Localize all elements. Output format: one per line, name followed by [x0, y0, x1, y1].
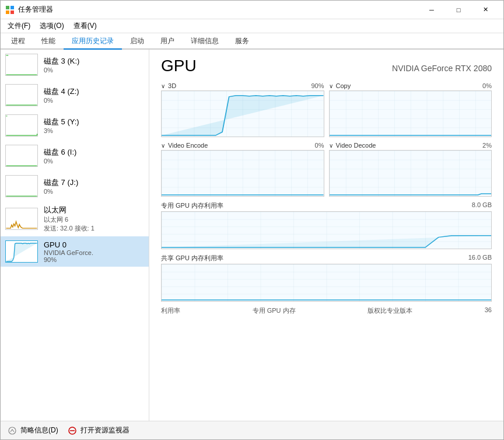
tab-details[interactable]: 详细信息 [183, 34, 227, 50]
menu-options[interactable]: 选项(O) [35, 20, 68, 32]
svg-rect-5 [330, 91, 492, 137]
gpu0-percent: 90% [44, 256, 93, 263]
gpu0-name: GPU 0 [44, 240, 93, 249]
shared-mem-canvas [161, 264, 492, 302]
gpu0-info: GPU 0 NVIDIA GeForce. 90% [44, 240, 93, 263]
no-sign-icon [68, 426, 77, 435]
disk3-percent: 0% [44, 67, 79, 74]
chart-copy-canvas [329, 90, 492, 137]
charts-grid: ∨ 3D 90% [161, 82, 492, 197]
chart-encode-label-row: ∨ Video Encode 0% [161, 142, 324, 149]
dedicated-mem-label: 专用 GPU 内存利用率 [161, 201, 223, 210]
chevron-up-icon [8, 426, 17, 435]
chart-shared-mem: 共享 GPU 内存利用率 16.0 GB [161, 254, 492, 302]
dedicated-mem-label-row: 专用 GPU 内存利用率 8.0 GB [161, 201, 492, 210]
disk3-name: 磁盘 3 (K:) [44, 56, 79, 67]
sidebar-item-gpu0[interactable]: GPU 0 NVIDIA GeForce. 90% [1, 236, 149, 267]
chart-copy-label-row: ∨ Copy 0% [329, 82, 492, 89]
maximize-button[interactable]: □ [445, 1, 472, 19]
chart-encode-canvas [161, 150, 324, 197]
disk6-percent: 0% [44, 158, 76, 165]
shared-mem-label-row: 共享 GPU 内存利用率 16.0 GB [161, 254, 492, 263]
disk5-percent: 3% [44, 127, 79, 134]
gpu-title: GPU [161, 57, 197, 75]
minimize-button[interactable]: ─ [418, 1, 445, 19]
bottom-label-dedicated: 专用 GPU 内存 [253, 306, 296, 315]
dedicated-mem-canvas [161, 211, 492, 249]
svg-rect-6 [162, 151, 324, 196]
disk7-info: 磁盘 7 (J:) 0% [44, 177, 78, 195]
disk7-percent: 0% [44, 188, 78, 195]
sidebar-item-disk3[interactable]: 磁盘 3 (K:) 0% [1, 50, 149, 80]
svg-point-10 [9, 427, 16, 434]
chart-decode: ∨ Video Decode 2% [329, 142, 492, 197]
ethernet-name: 以太网 [44, 205, 94, 215]
chart-3d-canvas [161, 90, 324, 137]
svg-rect-3 [10, 11, 14, 14]
sidebar: 磁盘 3 (K:) 0% 磁盘 4 (Z:) 0% [1, 50, 149, 421]
tab-bar: 进程 性能 应用历史记录 启动 用户 详细信息 服务 [1, 33, 503, 50]
disk5-mini-chart [5, 114, 38, 137]
chart-dedicated-mem: 专用 GPU 内存利用率 8.0 GB [161, 201, 492, 249]
chart-decode-canvas [329, 150, 492, 197]
chart-3d: ∨ 3D 90% [161, 82, 324, 137]
disk4-info: 磁盘 4 (Z:) 0% [44, 86, 79, 104]
svg-rect-2 [6, 11, 9, 14]
ethernet-mini-chart [5, 208, 38, 230]
ethernet-sub: 以太网 6 [44, 215, 94, 224]
status-bar: 简略信息(D) 打开资源监视器 [1, 421, 503, 439]
svg-rect-9 [162, 264, 491, 301]
disk6-mini-chart [5, 145, 38, 167]
sidebar-item-disk4[interactable]: 磁盘 4 (Z:) 0% [1, 80, 149, 110]
sidebar-item-ethernet[interactable]: 以太网 以太网 6 发送: 32.0 接收: 1 [1, 201, 149, 236]
chart-encode-label: ∨ Video Encode [161, 142, 208, 149]
gpu-model: NVIDIA GeForce RTX 2080 [392, 64, 492, 73]
tab-startup[interactable]: 启动 [122, 34, 152, 50]
disk4-name: 磁盘 4 (Z:) [44, 86, 79, 97]
chart-decode-label-row: ∨ Video Decode 2% [329, 142, 492, 149]
svg-rect-7 [330, 151, 492, 196]
gpu0-sub: NVIDIA GeForce. [44, 249, 93, 256]
tab-services[interactable]: 服务 [227, 34, 257, 50]
disk3-info: 磁盘 3 (K:) 0% [44, 56, 79, 74]
sidebar-item-disk7[interactable]: 磁盘 7 (J:) 0% [1, 171, 149, 201]
disk6-name: 磁盘 6 (I:) [44, 147, 76, 158]
bottom-labels: 利用率 专用 GPU 内存 版权比专业版本 36 [161, 306, 492, 315]
sidebar-item-disk6[interactable]: 磁盘 6 (I:) 0% [1, 141, 149, 171]
shared-mem-value: 16.0 GB [468, 254, 492, 263]
close-button[interactable]: ✕ [472, 1, 499, 19]
svg-rect-0 [6, 6, 9, 9]
chart-encode: ∨ Video Encode 0% [161, 142, 324, 197]
menu-bar: 文件(F) 选项(O) 查看(V) [1, 19, 503, 33]
task-manager-window: 任务管理器 ─ □ ✕ 文件(F) 选项(O) 查看(V) 进程 性能 应用历史… [0, 0, 504, 440]
window-title: 任务管理器 [18, 5, 418, 15]
tab-app-history[interactable]: 应用历史记录 [64, 34, 122, 50]
chart-3d-value: 90% [311, 82, 324, 89]
dedicated-mem-value: 8.0 GB [472, 201, 492, 210]
shared-mem-label: 共享 GPU 内存利用率 [161, 254, 223, 263]
bottom-label-usage: 利用率 [161, 306, 180, 315]
disk5-info: 磁盘 5 (Y:) 3% [44, 117, 79, 134]
disk3-mini-chart [5, 54, 38, 76]
bottom-label-shared: 版权比专业版本 [368, 306, 412, 315]
chart-3d-label: ∨ 3D [161, 82, 176, 89]
open-monitor-button[interactable]: 打开资源监视器 [68, 425, 130, 435]
tab-performance[interactable]: 性能 [33, 34, 64, 50]
chart-copy: ∨ Copy 0% [329, 82, 492, 137]
sidebar-item-disk5[interactable]: 磁盘 5 (Y:) 3% [1, 110, 149, 141]
tab-process[interactable]: 进程 [3, 34, 33, 50]
detail-panel: GPU NVIDIA GeForce RTX 2080 ∨ 3D 90% [149, 50, 503, 421]
disk7-mini-chart [5, 175, 38, 197]
menu-file[interactable]: 文件(F) [3, 20, 35, 32]
disk4-percent: 0% [44, 97, 79, 104]
chart-copy-label: ∨ Copy [329, 82, 351, 89]
disk5-name: 磁盘 5 (Y:) [44, 117, 79, 127]
chart-copy-value: 0% [482, 82, 492, 89]
bottom-label-num: 36 [485, 306, 492, 315]
summary-button[interactable]: 简略信息(D) [8, 425, 58, 435]
menu-view[interactable]: 查看(V) [69, 20, 102, 32]
disk4-mini-chart [5, 84, 38, 106]
tab-users[interactable]: 用户 [152, 34, 183, 50]
chart-decode-value: 2% [482, 142, 492, 149]
svg-rect-1 [10, 6, 14, 9]
